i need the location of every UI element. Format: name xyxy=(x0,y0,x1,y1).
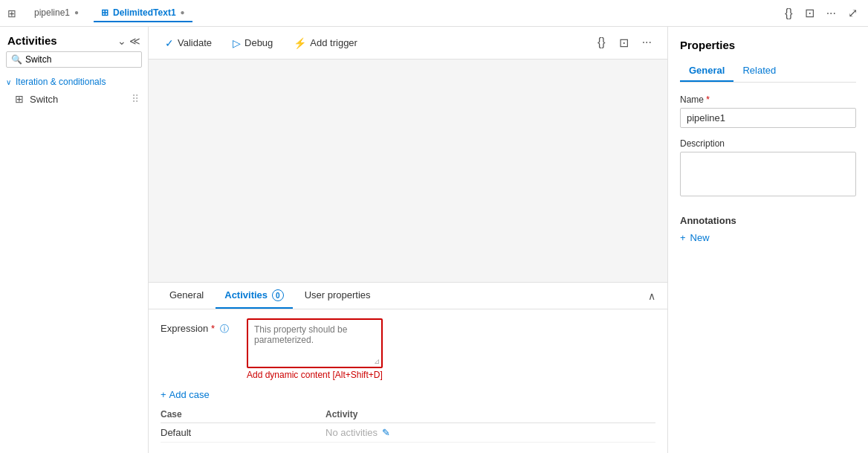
toolbar: ✓ Validate ▷ Debug ⚡ Add trigger {} ⊡ ··… xyxy=(149,27,667,60)
dynamic-content-link[interactable]: Add dynamic content [Alt+Shift+D] xyxy=(247,370,383,380)
add-case-plus-icon: + xyxy=(161,389,166,400)
props-title: Properties xyxy=(680,39,856,51)
panel-collapse-icon[interactable]: ∧ xyxy=(648,290,655,302)
sidebar-item-label: Switch xyxy=(30,94,58,105)
props-tab-related[interactable]: Related xyxy=(733,60,785,82)
search-input[interactable] xyxy=(25,54,137,65)
activity-cell: No activities ✎ xyxy=(326,427,655,438)
expression-label: Expression * ⓘ xyxy=(161,318,235,335)
pipeline-icon: ⊞ xyxy=(7,7,16,19)
add-case-label: Add case xyxy=(169,389,210,400)
sidebar-item-switch[interactable]: ⊞ Switch ⠿ xyxy=(0,90,148,108)
panel-content: Expression * ⓘ ⊿ Add dynamic content [Al… xyxy=(149,309,667,452)
props-tabs: General Related xyxy=(680,60,856,83)
toolbar-more-icon[interactable]: ··· xyxy=(638,33,655,52)
switch-item-icon: ⊞ xyxy=(15,93,24,105)
toolbar-code-icon[interactable]: {} xyxy=(594,33,609,52)
pipeline-tab-label: pipeline1 xyxy=(34,7,70,18)
category-label: Iteration & conditionals xyxy=(16,77,106,87)
activity-edit-icon[interactable]: ✎ xyxy=(382,427,390,438)
search-box[interactable]: 🔍 xyxy=(6,51,142,68)
cases-table: Case Activity Default No activities ✎ xyxy=(161,406,655,443)
add-case-button[interactable]: + Add case xyxy=(161,389,210,400)
expression-info-icon[interactable]: ⓘ xyxy=(220,324,229,334)
add-annotation-plus-icon: + xyxy=(680,232,686,243)
cases-table-header: Case Activity xyxy=(161,406,655,423)
add-trigger-button[interactable]: ⚡ Add trigger xyxy=(289,34,362,52)
props-tab-general[interactable]: General xyxy=(680,60,733,82)
pipeline-tab-close[interactable]: ● xyxy=(74,8,79,16)
top-bar: ⊞ pipeline1 ● ⊞ DelimitedText1 ● {} ⊡ ··… xyxy=(0,0,868,27)
more-icon[interactable]: ··· xyxy=(823,5,839,22)
active-tab-icon: ⊞ xyxy=(101,7,108,18)
annotations-title: Annotations xyxy=(680,215,856,226)
case-cell: Default xyxy=(161,427,326,438)
active-tab-close[interactable]: ● xyxy=(181,8,185,16)
bottom-panel: General Activities 0 User properties ∧ E… xyxy=(149,282,667,453)
sidebar-title: Activities xyxy=(7,34,57,47)
add-annotation-button[interactable]: + New xyxy=(680,232,856,243)
monitor-icon[interactable]: ⊡ xyxy=(802,4,817,22)
activities-badge: 0 xyxy=(272,289,284,301)
sidebar-collapse-icon[interactable]: ≪ xyxy=(129,35,140,47)
description-label: Description xyxy=(680,138,856,149)
sidebar-header: Activities ⌄ ≪ xyxy=(0,27,148,51)
table-row: Default No activities ✎ xyxy=(161,423,655,443)
top-bar-right: {} ⊡ ··· ⤢ xyxy=(782,4,861,22)
toolbar-monitor-icon[interactable]: ⊡ xyxy=(615,33,632,52)
debug-label: Debug xyxy=(244,37,273,48)
name-label: Name * xyxy=(680,94,856,105)
bottom-panel-tabs: General Activities 0 User properties ∧ xyxy=(149,283,667,309)
drag-handle-icon[interactable]: ⠿ xyxy=(132,93,139,105)
sidebar-filter-icon[interactable]: ⌄ xyxy=(117,35,126,47)
sidebar: Activities ⌄ ≪ 🔍 ∨ Iteration & condition… xyxy=(0,27,149,453)
expand-icon[interactable]: ⤢ xyxy=(845,4,861,22)
validate-label: Validate xyxy=(178,37,212,48)
name-input[interactable] xyxy=(680,108,856,128)
col-case-header: Case xyxy=(161,409,326,420)
expression-textarea[interactable] xyxy=(248,320,381,364)
tab-activities[interactable]: Activities 0 xyxy=(216,283,292,309)
validate-button[interactable]: ✓ Validate xyxy=(161,34,216,52)
expression-input-group: ⊿ Add dynamic content [Alt+Shift+D] xyxy=(247,318,383,380)
trigger-icon: ⚡ xyxy=(294,37,306,49)
name-field: Name * xyxy=(680,94,856,128)
name-required: * xyxy=(706,94,710,105)
annotations-section: Annotations + New xyxy=(680,215,856,243)
resize-handle-icon: ⊿ xyxy=(374,357,380,365)
expression-input-wrap: ⊿ xyxy=(247,318,383,368)
description-field: Description xyxy=(680,138,856,199)
toolbar-right: {} ⊡ ··· xyxy=(594,33,655,52)
active-tab[interactable]: ⊞ DelimitedText1 ● xyxy=(94,4,192,22)
search-icon: 🔍 xyxy=(11,54,22,65)
main-layout: Activities ⌄ ≪ 🔍 ∨ Iteration & condition… xyxy=(0,27,868,453)
props-panel: Properties General Related Name * Descri… xyxy=(667,27,868,453)
debug-button[interactable]: ▷ Debug xyxy=(228,34,277,52)
category-chevron-icon: ∨ xyxy=(6,78,11,86)
sidebar-icons: ⌄ ≪ xyxy=(117,35,140,47)
add-annotation-label: New xyxy=(690,232,710,243)
category-header[interactable]: ∨ Iteration & conditionals xyxy=(0,74,148,90)
tab-general[interactable]: General xyxy=(161,283,213,308)
code-icon[interactable]: {} xyxy=(782,5,796,22)
add-trigger-label: Add trigger xyxy=(310,37,357,48)
description-textarea[interactable] xyxy=(680,152,856,196)
active-tab-label: DelimitedText1 xyxy=(113,7,175,18)
add-case-row: + Add case xyxy=(161,389,655,400)
validate-icon: ✓ xyxy=(165,37,174,49)
expression-required: * xyxy=(211,323,215,334)
col-activity-header: Activity xyxy=(326,409,655,420)
debug-icon: ▷ xyxy=(233,37,241,49)
tab-user-properties[interactable]: User properties xyxy=(296,283,380,308)
pipeline-tab[interactable]: pipeline1 ● xyxy=(27,4,86,22)
expression-row: Expression * ⓘ ⊿ Add dynamic content [Al… xyxy=(161,318,655,380)
